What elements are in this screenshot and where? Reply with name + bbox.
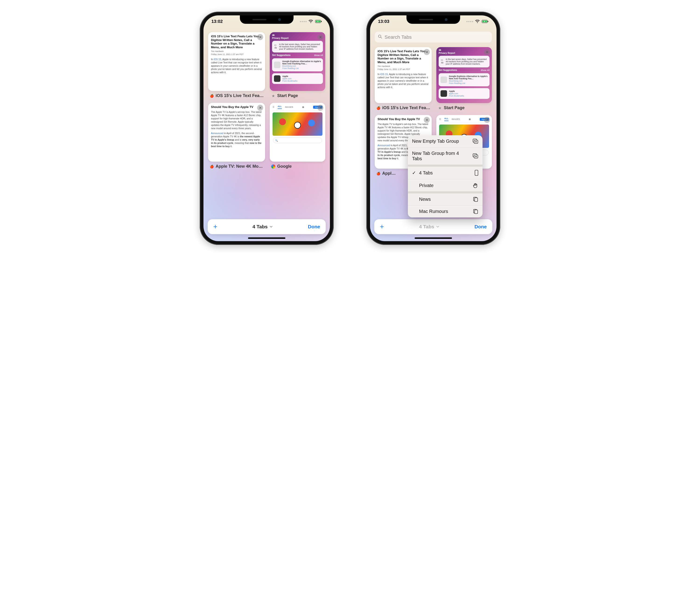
tab-group-icon — [473, 197, 478, 202]
tab-overview-toolbar: + 4 Tabs Done — [208, 219, 326, 234]
cell-signal-icon — [300, 21, 307, 22]
menu-group-news[interactable]: News — [408, 193, 482, 205]
menu-group-macrumours[interactable]: Mac Rumours — [408, 205, 482, 217]
menu-new-group-from-tabs[interactable]: New Tab Group from 4 Tabs — [408, 147, 482, 165]
tab-label: Appl… — [382, 171, 396, 176]
tab-group-menu: New Empty Tab Group New Tab Group from 4… — [408, 135, 482, 217]
tab-label: Apple TV: New 4K Mo… — [216, 164, 263, 169]
tab-label: iOS 15's Live Text Fea… — [382, 105, 430, 110]
svg-rect-14 — [475, 198, 478, 202]
tab-group-picker[interactable]: 4 Tabs — [419, 224, 440, 230]
close-tab-icon[interactable]: ✕ — [257, 105, 263, 111]
battery-icon — [315, 20, 322, 23]
new-tab-button[interactable]: + — [380, 223, 384, 231]
svg-rect-4 — [488, 21, 489, 22]
tab-label: Start Page — [444, 105, 465, 110]
tab-card-appletv[interactable]: ✕ Should You Buy the Apple TV The Apple … — [208, 103, 265, 169]
battery-icon — [482, 20, 489, 23]
close-tab-icon[interactable]: ✕ — [424, 49, 430, 55]
tab-overview: Search Tabs ✕ iOS 15's Live Text Featu L… — [370, 16, 497, 241]
svg-line-7 — [381, 37, 382, 38]
wifi-icon — [308, 20, 313, 23]
wifi-icon — [475, 20, 480, 23]
google-favicon — [271, 164, 275, 168]
menu-new-empty-group[interactable]: New Empty Tab Group — [408, 135, 482, 147]
favicon: 🍎 — [209, 94, 214, 98]
siri-suggestions-title: Siri Suggestions — [272, 54, 291, 56]
tab-card-google[interactable]: ✕ ☰ALLIMAGES▦Sign in 🔍 Google — [270, 103, 325, 169]
tab-card-ios15[interactable]: ✕ iOS 15's Live Text Featu Lets You Digi… — [208, 32, 265, 98]
hand-icon — [473, 183, 478, 188]
shield-icon: 🛡49 — [274, 44, 277, 49]
notch — [240, 16, 294, 24]
iphone-right: 13:03 Search Tabs — [366, 12, 500, 245]
article-title: iOS 15's Live Text Featu Lets You Digiti… — [211, 34, 262, 49]
tab-card-startpage[interactable]: ✕ 📖 Privacy Report 🛡49 In the last seven… — [270, 32, 325, 98]
article-title: Should You Buy the Apple TV — [211, 105, 262, 109]
chevron-down-icon — [270, 225, 273, 228]
hamburger-icon: ☰ — [273, 106, 274, 108]
screen: 13:03 Search Tabs — [370, 16, 497, 241]
search-icon — [378, 34, 382, 40]
checkmark-icon: ✓ — [412, 170, 417, 176]
tab-group-picker[interactable]: 4 Tabs — [252, 224, 273, 230]
cell-signal-icon — [467, 21, 473, 22]
favicon: 🍎 — [209, 164, 214, 168]
tab-group-icon — [473, 209, 478, 214]
svg-rect-16 — [475, 210, 478, 214]
tab-label: Start Page — [277, 93, 298, 98]
svg-rect-12 — [475, 170, 478, 176]
home-indicator[interactable] — [248, 237, 285, 239]
close-tab-icon[interactable]: ✕ — [257, 34, 263, 40]
notch — [406, 16, 460, 24]
menu-private[interactable]: Private — [408, 179, 482, 191]
tab-label: iOS 15's Live Text Fea… — [216, 93, 264, 98]
privacy-report-title: Privacy Report — [272, 37, 323, 40]
new-group-icon — [473, 153, 478, 159]
close-tab-icon[interactable]: ✕ — [317, 105, 323, 111]
home-indicator[interactable] — [415, 237, 452, 239]
svg-rect-1 — [321, 21, 322, 22]
search-tabs-field[interactable]: Search Tabs — [375, 32, 492, 43]
done-button[interactable]: Done — [475, 224, 487, 230]
chevron-down-icon — [436, 225, 440, 228]
status-time: 13:03 — [378, 19, 390, 24]
apps-grid-icon: ▦ — [302, 106, 304, 108]
search-icon: 🔍 — [275, 139, 278, 142]
close-tab-icon[interactable]: ✕ — [484, 117, 490, 123]
star-icon: ★ — [271, 94, 275, 98]
tab-card-ios15[interactable]: ✕ iOS 15's Live Text Featu Lets You Digi… — [375, 47, 432, 110]
tab-overview-toolbar: + 4 Tabs Done — [374, 219, 492, 234]
close-tab-icon[interactable]: ✕ — [424, 117, 430, 123]
new-tab-button[interactable]: + — [213, 223, 218, 231]
google-doodle — [273, 112, 323, 136]
apple-logo-icon — [274, 75, 280, 82]
tab-overview: ✕ iOS 15's Live Text Featu Lets You Digi… — [203, 16, 330, 241]
status-time: 13:02 — [211, 19, 223, 24]
google-search-input: 🔍 — [273, 138, 322, 143]
search-placeholder: Search Tabs — [384, 34, 411, 40]
iphone-left: 13:02 ✕ iOS 15's Live Text Featu — [200, 12, 334, 245]
tab-card-startpage[interactable]: ✕ 📖 Privacy Report 🛡49In the last seven … — [436, 47, 492, 110]
tab-label: Google — [277, 164, 292, 169]
phone-icon — [475, 170, 478, 176]
done-button[interactable]: Done — [308, 224, 320, 230]
menu-current-tabs[interactable]: ✓4 Tabs — [408, 166, 482, 179]
svg-point-6 — [378, 35, 381, 37]
screen: 13:02 ✕ iOS 15's Live Text Featu — [203, 16, 330, 241]
new-group-icon — [473, 139, 478, 144]
